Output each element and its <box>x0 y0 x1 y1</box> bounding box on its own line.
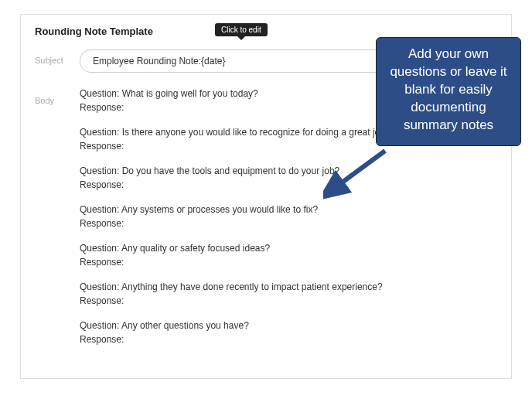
response-label: Response: <box>80 178 491 192</box>
qa-block: Question: Do you have the tools and equi… <box>80 164 491 192</box>
question-text: Question: Do you have the tools and equi… <box>80 164 491 178</box>
question-text: Question: Any quality or safety focused … <box>80 241 491 255</box>
response-label: Response: <box>80 255 491 269</box>
qa-block: Question: Anything they have done recent… <box>80 280 491 308</box>
qa-block: Question: Any quality or safety focused … <box>80 241 491 269</box>
response-label: Response: <box>80 217 491 230</box>
qa-block: Question: Any systems or processes you w… <box>80 203 491 230</box>
help-callout: Add your own questions or leave it blank… <box>376 37 521 146</box>
response-label: Response: <box>80 294 491 308</box>
qa-block: Question: Any other questions you have? … <box>80 319 491 346</box>
response-label: Response: <box>80 332 491 346</box>
edit-tooltip: Click to edit <box>215 23 268 36</box>
subject-label: Subject <box>35 46 80 65</box>
body-label: Body <box>35 87 80 105</box>
question-text: Question: Any other questions you have? <box>80 319 491 332</box>
question-text: Question: Anything they have done recent… <box>80 280 491 294</box>
question-text: Question: Any systems or processes you w… <box>80 203 491 217</box>
